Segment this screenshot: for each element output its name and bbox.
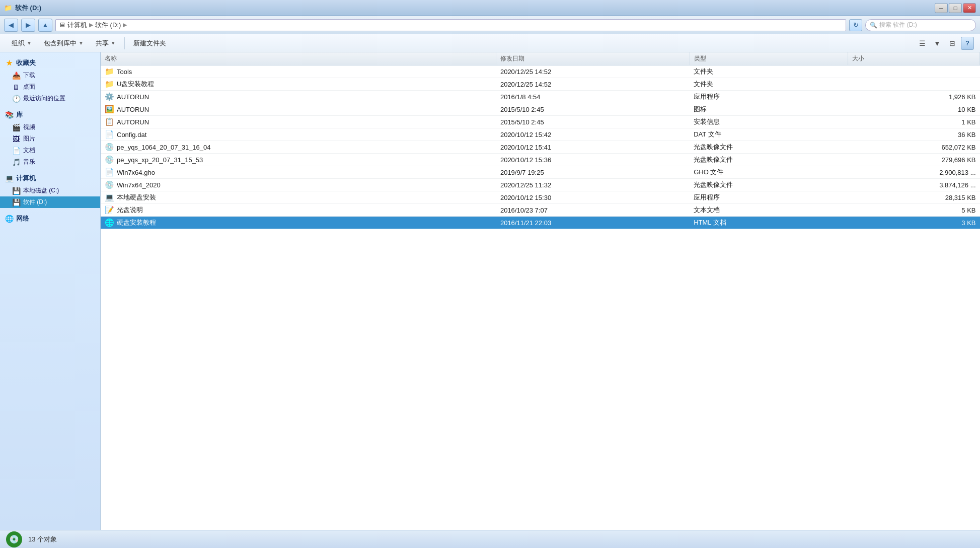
file-name: pe_yqs_1064_20_07_31_16_04: [117, 144, 211, 151]
file-name: AUTORUN: [117, 93, 149, 101]
titlebar: 📁 软件 (D:) ─ □ ✕: [0, 0, 980, 16]
statusbar: 💿 13 个对象: [0, 530, 980, 548]
download-icon: 📥: [12, 72, 20, 80]
file-type: 文本文档: [690, 204, 848, 217]
col-header-type[interactable]: 类型: [690, 52, 848, 65]
share-label: 共享: [96, 39, 109, 48]
file-icon: 💿: [105, 155, 114, 164]
sidebar: ★ 收藏夹 📥 下载 🖥 桌面 🕐 最近访问的位置 📚 库: [0, 52, 101, 530]
help-button[interactable]: ?: [961, 37, 974, 50]
computer-section: 💻 计算机 💾 本地磁盘 (C:) 💾 软件 (D:): [0, 172, 100, 208]
file-icon: 📝: [105, 206, 114, 215]
network-icon: 🌐: [5, 215, 13, 223]
library-section: 📚 库 🎬 视频 🖼 图片 📄 文档 🎵 音乐: [0, 108, 100, 168]
file-icon: 📄: [105, 130, 114, 139]
table-row[interactable]: 💻 本地硬盘安装 2020/10/12 15:30 应用程序 28,315 KB: [101, 191, 980, 204]
desktop-icon: 🖥: [12, 83, 20, 91]
file-size: 3,874,126 ...: [848, 179, 980, 191]
file-icon: 🖼️: [105, 105, 114, 114]
share-button[interactable]: 共享 ▼: [90, 36, 121, 50]
table-row[interactable]: 📁 Tools 2020/12/25 14:52 文件夹: [101, 65, 980, 78]
preview-pane-button[interactable]: ⊟: [946, 37, 959, 50]
col-header-name[interactable]: 名称: [101, 52, 496, 65]
include-dropdown-icon: ▼: [79, 40, 84, 46]
table-row[interactable]: 📄 Config.dat 2020/10/12 15:42 DAT 文件 36 …: [101, 128, 980, 141]
sidebar-item-video[interactable]: 🎬 视频: [0, 121, 100, 133]
addressbar: ◀ ▶ ▲ 🖥 计算机 ▶ 软件 (D:) ▶ ↻ 🔍 搜索 软件 (D:): [0, 16, 980, 34]
back-button[interactable]: ◀: [4, 19, 18, 32]
file-date: 2016/10/23 7:07: [496, 204, 690, 217]
sidebar-item-image[interactable]: 🖼 图片: [0, 133, 100, 145]
library-label: 库: [16, 110, 23, 119]
sidebar-item-software-d[interactable]: 💾 软件 (D:): [0, 196, 100, 208]
view-dropdown-button[interactable]: ▼: [931, 37, 944, 50]
file-icon: 📄: [105, 168, 114, 177]
favorites-label: 收藏夹: [16, 58, 36, 67]
table-row[interactable]: 📁 U盘安装教程 2020/12/25 14:52 文件夹: [101, 78, 980, 91]
file-icon: 📁: [105, 80, 114, 89]
favorites-section: ★ 收藏夹 📥 下载 🖥 桌面 🕐 最近访问的位置: [0, 56, 100, 104]
table-row[interactable]: 🖼️ AUTORUN 2015/5/10 2:45 图标 10 KB: [101, 103, 980, 116]
favorites-header[interactable]: ★ 收藏夹: [0, 56, 100, 70]
sidebar-item-local-c[interactable]: 💾 本地磁盘 (C:): [0, 185, 100, 196]
drive-c-icon: 💾: [12, 187, 20, 195]
table-row[interactable]: 🌐 硬盘安装教程 2016/11/21 22:03 HTML 文档 3 KB: [101, 217, 980, 229]
share-dropdown-icon: ▼: [111, 40, 116, 46]
sidebar-item-download[interactable]: 📥 下载: [0, 70, 100, 81]
table-row[interactable]: 📄 Win7x64.gho 2019/9/7 19:25 GHO 文件 2,90…: [101, 166, 980, 179]
forward-button[interactable]: ▶: [21, 19, 35, 32]
music-icon: 🎵: [12, 158, 20, 166]
file-type: 光盘映像文件: [690, 141, 848, 154]
new-folder-button[interactable]: 新建文件夹: [128, 36, 172, 50]
network-header[interactable]: 🌐 网络: [0, 212, 100, 225]
library-header[interactable]: 📚 库: [0, 108, 100, 121]
file-size: [848, 78, 980, 91]
sidebar-item-doc[interactable]: 📄 文档: [0, 145, 100, 156]
include-library-button[interactable]: 包含到库中 ▼: [38, 36, 89, 50]
up-button[interactable]: ▲: [38, 19, 52, 32]
titlebar-controls: ─ □ ✕: [935, 3, 976, 13]
file-name: AUTORUN: [117, 118, 149, 126]
file-size: 3 KB: [848, 217, 980, 229]
drive-d-icon: 💾: [12, 198, 20, 207]
file-name: AUTORUN: [117, 106, 149, 113]
close-button[interactable]: ✕: [963, 3, 976, 13]
table-row[interactable]: 📝 光盘说明 2016/10/23 7:07 文本文档 5 KB: [101, 204, 980, 217]
file-icon: 📁: [105, 67, 114, 76]
recent-label: 最近访问的位置: [23, 94, 65, 103]
view-toggle-button[interactable]: ☰: [916, 37, 929, 50]
file-date: 2020/12/25 14:52: [496, 78, 690, 91]
software-d-label: 软件 (D:): [23, 198, 47, 207]
image-label: 图片: [23, 134, 35, 143]
file-size: 5 KB: [848, 204, 980, 217]
file-type: 文件夹: [690, 78, 848, 91]
table-row[interactable]: 💿 Win7x64_2020 2020/12/25 11:32 光盘映像文件 3…: [101, 179, 980, 191]
file-name: Win7x64.gho: [117, 169, 155, 176]
sidebar-item-music[interactable]: 🎵 音乐: [0, 156, 100, 168]
breadcrumb-drive[interactable]: 软件 (D:): [95, 21, 121, 30]
table-row[interactable]: 💿 pe_yqs_1064_20_07_31_16_04 2020/10/12 …: [101, 141, 980, 154]
col-header-date[interactable]: 修改日期: [496, 52, 690, 65]
computer-header[interactable]: 💻 计算机: [0, 172, 100, 185]
breadcrumb-end-arrow: ▶: [123, 22, 127, 28]
doc-label: 文档: [23, 146, 35, 155]
maximize-button[interactable]: □: [949, 3, 962, 13]
minimize-button[interactable]: ─: [935, 3, 948, 13]
file-size: [848, 65, 980, 78]
table-row[interactable]: ⚙️ AUTORUN 2016/1/8 4:54 应用程序 1,926 KB: [101, 91, 980, 103]
status-count: 13 个对象: [28, 535, 57, 544]
titlebar-title: 📁 软件 (D:): [4, 4, 41, 13]
breadcrumb[interactable]: 🖥 计算机 ▶ 软件 (D:) ▶: [55, 19, 846, 31]
col-header-size[interactable]: 大小: [848, 52, 980, 65]
table-row[interactable]: 💿 pe_yqs_xp_20_07_31_15_53 2020/10/12 15…: [101, 154, 980, 166]
organize-button[interactable]: 组织 ▼: [6, 36, 37, 50]
refresh-button[interactable]: ↻: [849, 19, 862, 31]
search-bar[interactable]: 🔍 搜索 软件 (D:): [865, 19, 976, 31]
file-content: 名称 修改日期 类型 大小 📁 Tools 2020/12/25 14:52 文…: [101, 52, 980, 530]
table-row[interactable]: 📋 AUTORUN 2015/5/10 2:45 安装信息 1 KB: [101, 116, 980, 128]
breadcrumb-computer[interactable]: 计算机: [67, 21, 87, 30]
file-size: 28,315 KB: [848, 191, 980, 204]
recent-icon: 🕐: [12, 95, 20, 103]
sidebar-item-desktop[interactable]: 🖥 桌面: [0, 81, 100, 93]
sidebar-item-recent[interactable]: 🕐 最近访问的位置: [0, 93, 100, 104]
